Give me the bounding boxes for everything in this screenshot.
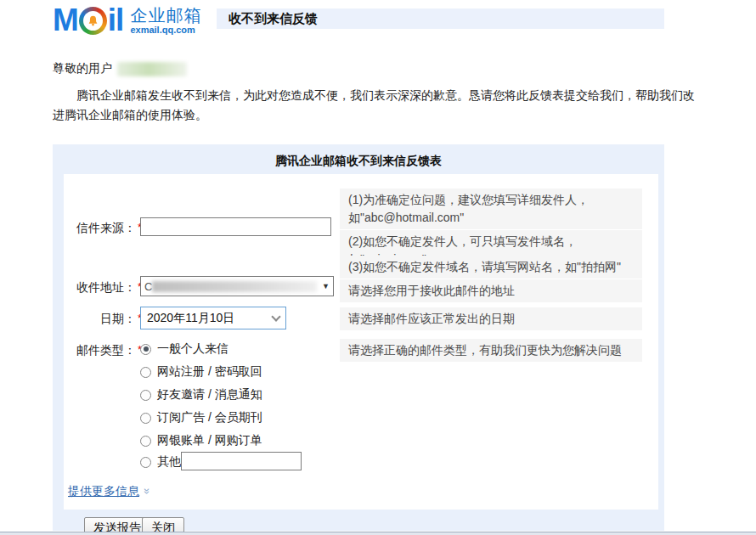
address-label: 收件地址：* (64, 280, 142, 296)
date-label: 日期：* (64, 312, 142, 327)
logo-product-name: 企业邮箱 (130, 7, 201, 24)
date-select[interactable]: 2020年11月10日 (140, 307, 286, 329)
mail-type-option-other[interactable]: 其他 (140, 454, 181, 470)
bell-icon (87, 15, 99, 26)
source-hint-3: (3)如您不确定发件域名，请填写网站名，如"拍拍网" (340, 256, 642, 279)
date-hint: 请选择邮件应该正常发出的日期 (340, 307, 642, 330)
exmail-logo[interactable]: M il 企业邮箱 exmail.qq.com (53, 3, 201, 37)
date-value: 2020年11月10日 (147, 311, 273, 326)
logo-letter-m: M (53, 3, 78, 37)
mail-ring-icon (79, 7, 107, 35)
feedback-form-panel: 腾讯企业邮箱收不到来信反馈表 信件来源：* (1)为准确定位问题，建议您填写详细… (53, 144, 664, 531)
source-hint-1: (1)为准确定位问题，建议您填写详细发件人，如"abc@hotmail.com" (340, 189, 642, 229)
source-input[interactable] (140, 217, 331, 236)
intro-paragraph: 腾讯企业邮箱发生收不到来信，为此对您造成不便，我们表示深深的歉意。恳请您将此反馈… (53, 86, 703, 125)
address-select[interactable]: C ▼ (140, 276, 334, 296)
radio-icon[interactable] (140, 413, 151, 424)
mail-type-hint: 请选择正确的邮件类型，有助我们更快为您解决问题 (340, 339, 642, 362)
page-title-band: 收不到来信反馈 (217, 8, 664, 29)
greeting-text: 尊敬的用户 (53, 61, 112, 76)
radio-selected-icon[interactable] (140, 344, 151, 355)
redacted-username (117, 62, 187, 76)
redacted-address (152, 281, 317, 292)
form-body: 信件来源：* (1)为准确定位问题，建议您填写详细发件人，如"abc@hotma… (64, 174, 658, 510)
logo-domain: exmail.qq.com (130, 25, 201, 35)
radio-icon[interactable] (140, 457, 151, 468)
mail-type-option-invite[interactable]: 好友邀请 / 消息通知 (140, 387, 262, 403)
mail-type-label: 邮件类型：* (64, 343, 142, 358)
other-type-input[interactable] (181, 452, 302, 470)
greeting-line: 尊敬的用户 (53, 61, 187, 76)
logo-wordmark: M il (53, 3, 123, 37)
page: M il 企业邮箱 exmail.qq.com 收不到来信反馈 尊敬的用户 腾讯… (0, 0, 756, 535)
mail-type-option-personal[interactable]: 一般个人来信 (140, 341, 228, 357)
mail-type-option-bills[interactable]: 网银账单 / 网购订单 (140, 433, 262, 448)
mail-type-option-register[interactable]: 网站注册 / 密码取回 (140, 364, 262, 380)
more-info-link[interactable]: 提供更多信息« (68, 484, 149, 499)
form-title: 腾讯企业邮箱收不到来信反馈表 (53, 144, 664, 169)
chevron-down-icon (271, 312, 280, 321)
address-hint: 请选择您用于接收此邮件的地址 (340, 279, 642, 302)
window-bottom-edge (0, 532, 756, 535)
radio-icon[interactable] (140, 367, 151, 378)
double-chevron-down-icon: « (139, 488, 152, 494)
source-label: 信件来源：* (64, 221, 142, 236)
logo-letters-il: il (108, 3, 124, 37)
page-title: 收不到来信反馈 (217, 8, 664, 25)
radio-icon[interactable] (140, 390, 151, 401)
radio-icon[interactable] (140, 436, 151, 447)
dropdown-arrow-icon: ▼ (322, 282, 330, 290)
mail-type-option-ads[interactable]: 订阅广告 / 会员期刊 (140, 410, 262, 425)
